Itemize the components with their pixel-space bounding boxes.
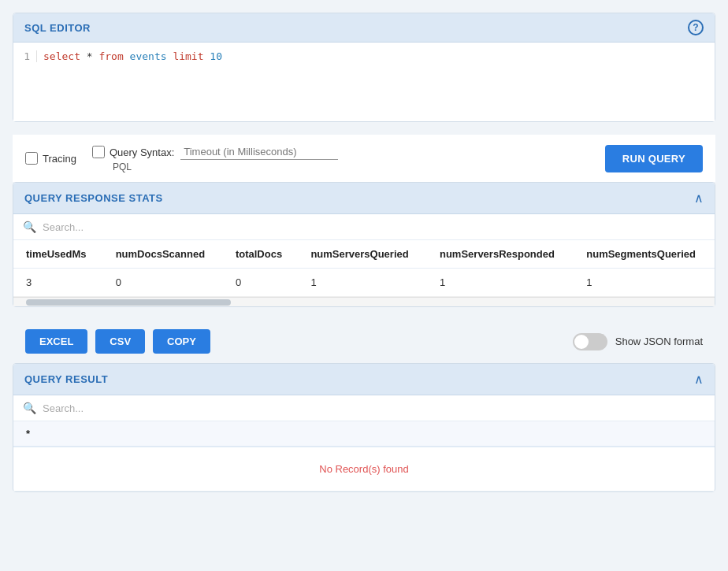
result-search-input[interactable] [43, 402, 705, 414]
query-syntax-row: Query Syntax: [92, 144, 338, 160]
stats-search-bar: 🔍 [13, 214, 715, 240]
query-syntax-group: Query Syntax: PQL [92, 144, 338, 172]
query-response-stats-title: QUERY RESPONSE STATS [24, 192, 163, 204]
cell-numServersResponded: 1 [427, 269, 574, 297]
result-search-bar: 🔍 [13, 395, 715, 421]
collapse-result-icon[interactable]: ∧ [694, 372, 704, 387]
csv-button[interactable]: CSV [95, 329, 145, 354]
result-table: * No Record(s) found [13, 421, 715, 491]
query-result-header: QUERY RESULT ∧ [13, 364, 715, 395]
query-result-title: QUERY RESULT [24, 373, 108, 385]
col-numServersResponded: numServersResponded [427, 240, 574, 269]
horizontal-scrollbar[interactable] [13, 297, 715, 306]
no-record-row: No Record(s) found [13, 447, 715, 491]
col-numSegmentsQueried: numSegmentsQueried [574, 240, 715, 269]
query-result-panel: QUERY RESULT ∧ 🔍 * No Record(s) found [13, 363, 715, 492]
result-search-icon: 🔍 [23, 402, 36, 414]
json-toggle-group: Show JSON format [573, 333, 703, 350]
stats-table: timeUsedMs numDocsScanned totalDocs numS… [13, 240, 715, 297]
sql-editor-body[interactable]: 1 select * from events limit 10 [13, 43, 715, 121]
sql-editor-title: SQL EDITOR [24, 22, 91, 34]
stats-search-icon: 🔍 [23, 221, 36, 233]
action-row: EXCEL CSV COPY Show JSON format [13, 320, 715, 363]
tracing-label: Tracing [43, 153, 76, 165]
kw-from: from [98, 50, 123, 62]
cell-numSegmentsQueried: 1 [574, 269, 715, 297]
scrollbar-thumb[interactable] [26, 299, 231, 306]
code-content[interactable]: select * from events limit 10 [43, 50, 222, 62]
table-row: 3 0 0 1 1 1 [13, 269, 715, 297]
help-icon[interactable]: ? [688, 20, 704, 35]
cell-numDocsScanned: 0 [103, 269, 223, 297]
cell-timeUsedMs: 3 [13, 269, 103, 297]
copy-button[interactable]: COPY [153, 329, 210, 354]
kw-star: * [87, 50, 99, 62]
no-record-message: No Record(s) found [13, 447, 715, 491]
stats-table-wrapper: timeUsedMs numDocsScanned totalDocs numS… [13, 240, 715, 297]
query-syntax-label: Query Syntax: [110, 146, 174, 158]
pql-label: PQL [113, 161, 338, 172]
result-col-star: * [13, 421, 715, 447]
kw-limit: limit [173, 50, 203, 62]
kw-num: 10 [210, 50, 222, 62]
line-number: 1 [13, 50, 37, 62]
sql-editor-header: SQL EDITOR ? [13, 13, 715, 43]
controls-row: Tracing Query Syntax: PQL RUN QUERY [13, 135, 715, 182]
kw-select: select [43, 50, 80, 62]
stats-header-row: timeUsedMs numDocsScanned totalDocs numS… [13, 240, 715, 269]
col-numDocsScanned: numDocsScanned [103, 240, 223, 269]
code-line-1: 1 select * from events limit 10 [13, 49, 715, 64]
cell-totalDocs: 0 [223, 269, 299, 297]
sql-editor-panel: SQL EDITOR ? 1 select * from events limi… [13, 13, 715, 122]
collapse-stats-icon[interactable]: ∧ [694, 191, 704, 206]
json-format-toggle[interactable] [573, 333, 607, 350]
query-syntax-checkbox[interactable] [92, 146, 105, 158]
col-totalDocs: totalDocs [223, 240, 299, 269]
kw-table: events [130, 50, 173, 62]
excel-button[interactable]: EXCEL [25, 329, 87, 354]
cell-numServersQueried: 1 [298, 269, 427, 297]
query-syntax-checkbox-label[interactable]: Query Syntax: [92, 146, 174, 158]
timeout-input[interactable] [180, 144, 338, 160]
result-header-row: * [13, 421, 715, 447]
json-format-label: Show JSON format [615, 336, 703, 347]
stats-search-input[interactable] [43, 221, 705, 233]
run-query-button[interactable]: RUN QUERY [605, 145, 703, 172]
col-timeUsedMs: timeUsedMs [13, 240, 103, 269]
query-response-stats-header: QUERY RESPONSE STATS ∧ [13, 183, 715, 214]
tracing-checkbox[interactable] [25, 152, 38, 165]
col-numServersQueried: numServersQueried [298, 240, 427, 269]
tracing-checkbox-label[interactable]: Tracing [25, 152, 76, 165]
query-response-stats-panel: QUERY RESPONSE STATS ∧ 🔍 timeUsedMs numD… [13, 182, 715, 307]
